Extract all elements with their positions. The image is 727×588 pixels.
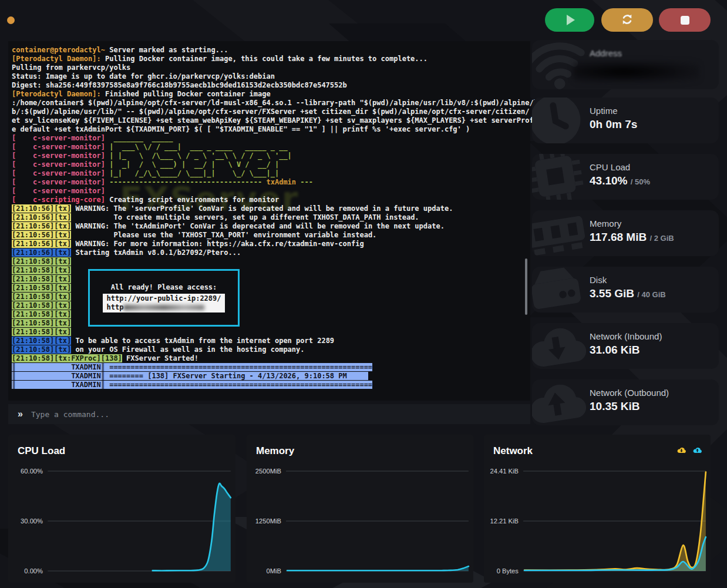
console-line: [ c-server-monitor] _______ _____	[12, 134, 542, 143]
console-line: [21:10:58][tx:FXProc][138] FXServer Star…	[12, 354, 542, 363]
stat-card-cpu: CPU Load 43.10% / 50%	[532, 154, 719, 200]
console-line: b/:$(pwd)/alpine/usr/lib/" -- $(pwd)/alp…	[12, 107, 542, 116]
ready-url2-prefix: http	[106, 303, 123, 311]
svg-text:30.00%: 30.00%	[21, 518, 43, 525]
svg-text:12.21 KiB: 12.21 KiB	[490, 518, 518, 525]
txadmin-ready-box: All ready! Please access: http://your-pu…	[88, 269, 240, 327]
chart-title: CPU Load	[18, 445, 65, 457]
cpu-load-chart: 60.00%30.00%0.00%	[8, 462, 235, 579]
prompt-icon: »	[18, 409, 23, 419]
memory-icon	[532, 210, 593, 256]
stat-card-address: Address	[532, 40, 719, 89]
console-line: [21:10:58][tx] To be able to access txAd…	[12, 337, 542, 345]
console-line: [21:10:56][tx] WARNING: For more informa…	[12, 240, 542, 248]
svg-text:1250MiB: 1250MiB	[255, 518, 281, 525]
cloud-up-icon	[532, 379, 594, 425]
console-line: [ c-server-monitor] |_| /_/\_\____/ \___…	[12, 169, 542, 178]
restart-icon	[621, 13, 634, 28]
console-line: [Pterodactyl Daemon]: Finished pulling D…	[12, 90, 542, 99]
console-line: Pulling from parkervcp/yolks	[12, 63, 542, 72]
stat-value: 43.10%	[590, 174, 627, 187]
console-line: [ c-server-monitor] | ___\ \/ / ___| ___…	[12, 143, 542, 152]
stat-value: 117.68 MiB	[590, 231, 647, 243]
console-line: [Pterodactyl Daemon]: Pulling Docker con…	[12, 55, 542, 63]
stat-value: 10.35 KiB	[590, 400, 669, 413]
network-chart-card: Network 24.41 KiB12.21 KiB0 Bytes	[484, 435, 711, 583]
cpu-load-chart-card: CPU Load 60.00%30.00%0.00%	[8, 435, 235, 583]
stat-value: 31.06 KiB	[590, 344, 662, 357]
ready-url: http://your-public-ip:2289/	[106, 294, 221, 303]
stat-value: 0h 0m 7s	[590, 118, 637, 131]
ready-box-urls: http://your-public-ip:2289/ http	[103, 294, 224, 313]
console-line: Status: Image is up to date for ghcr.io/…	[12, 72, 542, 81]
stat-card-network-inbound: Network (Inbound) 31.06 KiB	[532, 323, 719, 369]
svg-text:0.00%: 0.00%	[24, 567, 43, 574]
console-line: [21:10:56][tx] WARNING: The 'serverProfi…	[12, 204, 542, 213]
stat-label: CPU Load	[590, 162, 650, 172]
console-line: e default +set txAdminPort ${TXADMIN_POR…	[12, 125, 542, 134]
console-line: ║ TXADMIN║ =============================…	[12, 363, 542, 372]
chart-title: Memory	[256, 445, 294, 457]
console-line: [21:10:58][tx] on your OS Firewall as we…	[12, 345, 542, 354]
stop-icon	[681, 16, 689, 25]
command-input[interactable]	[30, 409, 530, 419]
console-line: [21:10:56][tx] WARNING: The 'txAdminPort…	[12, 222, 542, 231]
console-line: [ c-server-monitor] --------------------…	[12, 178, 542, 187]
svg-text:0 Bytes: 0 Bytes	[497, 567, 519, 574]
stat-label: Disk	[590, 275, 666, 285]
console-line: et sv_licenseKey ${FIVEM_LICENSE} +set s…	[12, 116, 542, 125]
console-line: ║ TXADMIN║ =============================…	[12, 381, 542, 389]
console-line: [ c-server-monitor]	[12, 187, 542, 196]
stat-label: Network (Inbound)	[590, 331, 662, 341]
stat-label: Memory	[590, 219, 674, 229]
console-line: container@pterodactyl~ Server marked as …	[12, 46, 542, 55]
console-output[interactable]: container@pterodactyl~ Server marked as …	[12, 46, 542, 389]
stat-value: 3.55 GiB	[590, 287, 634, 300]
redacted-url	[123, 305, 204, 310]
hard-drive-icon	[532, 267, 592, 313]
stat-limit: / 50%	[631, 177, 650, 186]
stat-card-disk: Disk 3.55 GiB / 40 GiB	[532, 267, 719, 313]
restart-button[interactable]	[601, 8, 653, 32]
console-line: [21:10:56][tx] To create multiple server…	[12, 213, 542, 222]
command-bar: »	[8, 404, 530, 424]
console-line: [ c-server-monitor] | _| / \ ___) | __/ …	[12, 160, 542, 169]
play-icon	[567, 15, 575, 25]
console-line: [ c-scripting-core] Creating script envi…	[12, 196, 542, 204]
console-line: :/home/container$ $(pwd)/alpine/opt/cfx-…	[12, 99, 542, 107]
console-line: [21:10:56][tx] Starting txAdmin v8.0.1/b…	[12, 248, 542, 257]
stat-label: Uptime	[590, 106, 637, 116]
network-chart: 24.41 KiB12.21 KiB0 Bytes	[484, 462, 711, 579]
svg-text:60.00%: 60.00%	[21, 468, 43, 475]
server-status-dot	[7, 16, 15, 24]
console-line: [ c-server-monitor] | |_ \ /\___ \ / _ \…	[12, 152, 542, 160]
cloud-down-icon	[676, 445, 686, 458]
redacted-address-value	[573, 61, 699, 82]
stop-button[interactable]	[659, 8, 711, 32]
svg-text:2500MiB: 2500MiB	[255, 468, 281, 475]
chart-title: Network	[493, 445, 533, 457]
console-line: [21:10:58][tx]	[12, 257, 542, 266]
stat-label: Network (Outbound)	[590, 388, 669, 398]
ready-box-title: All ready! Please access:	[111, 283, 217, 291]
svg-text:24.41 KiB: 24.41 KiB	[490, 468, 518, 475]
memory-chart: 2500MiB1250MiB0MiB	[247, 462, 473, 579]
console-line: Digest: sha256:449f8397585e8a9f766c18b97…	[12, 81, 542, 90]
stat-limit: / 2 GiB	[649, 234, 674, 243]
cloud-up-icon	[692, 445, 702, 458]
cloud-down-icon	[532, 323, 594, 369]
start-button[interactable]	[545, 8, 594, 32]
microchip-icon	[532, 154, 592, 200]
memory-chart-card: Memory 2500MiB1250MiB0MiB	[247, 435, 473, 583]
console-panel: FXServer container@pterodactyl~ Server m…	[8, 41, 530, 401]
console-line: [21:10:56][tx] Please use the 'TXHOST_TX…	[12, 231, 542, 240]
console-scrollbar[interactable]	[525, 258, 527, 315]
stat-limit: / 40 GiB	[637, 290, 665, 299]
console-line: ║ TXADMIN║ ======== [138] FXServer Start…	[12, 372, 542, 381]
stat-card-memory: Memory 117.68 MiB / 2 GiB	[532, 210, 719, 256]
stat-card-network-outbound: Network (Outbound) 10.35 KiB	[532, 379, 719, 425]
clock-icon	[532, 98, 592, 143]
console-line: [21:10:58][tx]	[12, 328, 542, 337]
stat-card-uptime: Uptime 0h 0m 7s	[532, 98, 719, 143]
stat-label: Address	[590, 48, 622, 58]
